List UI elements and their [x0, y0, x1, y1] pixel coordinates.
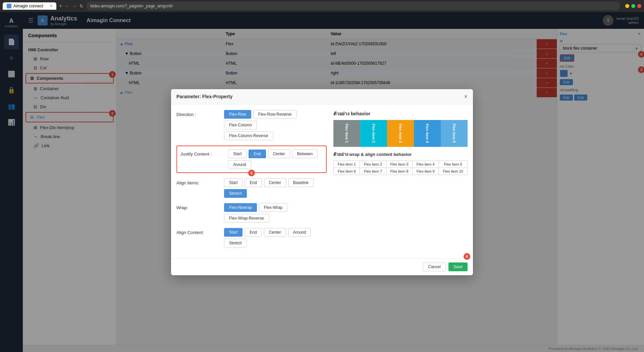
wrap-cell: Flex item 1 [334, 161, 360, 168]
wrap-cell: Flex item 7 [360, 168, 386, 175]
flex-preview: Flex item 1 Flex item 2 Flex item 3 Flex… [333, 120, 468, 147]
align-items-row: Align Items: Start End Center Baseline S… [176, 178, 327, 198]
btn-flex-row[interactable]: Flex-Row [224, 110, 251, 119]
btn-align-stretch[interactable]: Stretch [224, 189, 247, 198]
direction-buttons-row1: Flex-Row Flex-Row-Reverse Flex-Column [224, 110, 327, 129]
flex-item-2: Flex item 2 [360, 120, 387, 147]
wrap-row-1: Flex item 1 Flex item 2 Flex item 3 Flex… [334, 161, 468, 168]
tab-close-button[interactable]: × [50, 4, 52, 8]
reload-button[interactable]: ↻ [79, 3, 84, 9]
close-window-button[interactable] [637, 4, 641, 8]
justify-content-section: Justify Content : Start End Center Betwe… [176, 145, 327, 173]
btn-ac-center[interactable]: Center [264, 228, 286, 237]
direction-label: Direction : [176, 110, 220, 117]
align-content-buttons-row1: Start End Center Around [224, 228, 311, 237]
flex-item-4: Flex item 4 [414, 120, 441, 147]
direction-row: Direction : Flex-Row Flex-Row-Reverse Fl… [176, 110, 327, 140]
btn-ac-start[interactable]: Start [224, 228, 243, 237]
btn-justify-start[interactable]: Start [228, 150, 247, 158]
modal-overlay: Parameter: Flex-Property × Direction : F… [0, 12, 644, 352]
address-text: bidev.aimagin.com/?_pageId=_page_amgcnt# [90, 4, 173, 8]
flex-item-3: Flex item 3 [387, 120, 414, 147]
modal-close-button[interactable]: × [464, 93, 468, 100]
wrap-cell: Flex item 9 [413, 168, 439, 175]
modal-preview: ตัวอย่าง behavior Flex item 1 Flex item … [333, 110, 468, 253]
justify-label: Justify Content : [180, 150, 224, 157]
wrap-cell: Flex item 8 [386, 168, 412, 175]
btn-align-center[interactable]: Center [264, 178, 286, 187]
align-content-controls: Start End Center Around Stretch [224, 228, 311, 247]
btn-flex-wrap-reverse[interactable]: Flex-Wrap-Reverse [224, 214, 269, 223]
modal-title: Parameter: Flex-Property [176, 94, 232, 99]
align-items-label: Align Items: [176, 178, 220, 185]
wrap-row-2: Flex item 6 Flex item 7 Flex item 8 Flex… [334, 168, 468, 175]
btn-flex-nowrap[interactable]: Flex-Nowrap [224, 203, 257, 212]
save-button[interactable]: Save [448, 262, 468, 271]
address-bar[interactable]: bidev.aimagin.com/?_pageId=_page_amgcnt# [86, 2, 620, 10]
direction-controls: Flex-Row Flex-Row-Reverse Flex-Column Fl… [224, 110, 327, 140]
modal-form: Direction : Flex-Row Flex-Row-Reverse Fl… [176, 110, 327, 253]
btn-ac-stretch[interactable]: Stretch [224, 239, 247, 247]
preview-title: ตัวอย่าง behavior [333, 110, 468, 117]
tab-title: Aimagin connect [13, 4, 43, 8]
align-items-buttons-row1: Start End Center Baseline [224, 178, 314, 187]
btn-justify-between[interactable]: Between [292, 150, 318, 158]
btn-justify-center[interactable]: Center [268, 150, 290, 158]
wrap-cell: Flex item 3 [386, 161, 412, 168]
btn-ac-around[interactable]: Around [288, 228, 311, 237]
wrap-preview-table: Flex item 1 Flex item 2 Flex item 3 Flex… [333, 161, 468, 175]
window-controls [625, 4, 641, 8]
btn-align-end[interactable]: End [245, 178, 262, 187]
modal-header: Parameter: Flex-Property × [171, 89, 473, 105]
wrap-row: Wrap: Flex-Nowrap Flex-Wrap Flex-Wrap-Re… [176, 203, 327, 223]
tab-favicon [7, 4, 11, 8]
wrap-cell: Flex item 10 [439, 168, 468, 175]
wrap-cell: Flex item 2 [360, 161, 386, 168]
flex-item-1: Flex item 1 [333, 120, 360, 147]
browser-chrome: Aimagin connect × + ← → ↻ bidev.aimagin.… [0, 0, 644, 12]
justify-buttons: Start End Center Between Around [228, 150, 323, 169]
wrap-cell: Flex item 5 [439, 161, 468, 168]
wrap-label: Wrap: [176, 203, 220, 210]
align-content-row: Align Content: Start End Center Around S… [176, 228, 327, 247]
browser-tab[interactable]: Aimagin connect × [3, 2, 56, 10]
btn-align-start[interactable]: Start [224, 178, 243, 187]
btn-align-baseline[interactable]: Baseline [288, 178, 314, 187]
align-content-label: Align Content: [176, 228, 220, 235]
direction-buttons-row2: Flex-Column-Reverse [224, 131, 327, 140]
modal-footer: 6 Cancel Save [171, 258, 473, 275]
wrap-cell: Flex item 6 [334, 168, 360, 175]
btn-ac-end[interactable]: End [245, 228, 262, 237]
btn-flex-column[interactable]: Flex-Column [224, 121, 257, 129]
maximize-button[interactable] [631, 4, 635, 8]
minimize-button[interactable] [625, 4, 629, 8]
align-items-controls: Start End Center Baseline Stretch [224, 178, 314, 198]
back-button[interactable]: ← [65, 3, 69, 9]
badge-5: 5 [248, 170, 255, 176]
btn-justify-around[interactable]: Around [228, 160, 251, 169]
modal-body: Direction : Flex-Row Flex-Row-Reverse Fl… [171, 105, 473, 258]
btn-flex-wrap[interactable]: Flex-Wrap [259, 203, 287, 212]
flex-item-5: Flex item 5 [441, 120, 468, 147]
forward-button[interactable]: → [72, 3, 77, 9]
align-content-buttons-row2: Stretch [224, 239, 311, 247]
wrap-buttons: Flex-Nowrap Flex-Wrap Flex-Wrap-Reverse [224, 203, 327, 223]
btn-justify-end[interactable]: End [249, 150, 266, 158]
browser-nav-controls: ← → ↻ [65, 3, 84, 9]
cancel-button[interactable]: Cancel [423, 262, 445, 271]
align-items-buttons-row2: Stretch [224, 189, 314, 198]
modal: Parameter: Flex-Property × Direction : F… [171, 89, 473, 275]
btn-flex-column-reverse[interactable]: Flex-Column-Reverse [224, 131, 273, 140]
btn-flex-row-reverse[interactable]: Flex-Row-Reverse [253, 110, 297, 119]
justify-row: Justify Content : Start End Center Betwe… [180, 150, 323, 169]
wrap-preview-title: ตัวอย่าง wrap & align content behavior [333, 151, 468, 158]
wrap-cell: Flex item 4 [413, 161, 439, 168]
new-tab-button[interactable]: + [59, 3, 62, 9]
